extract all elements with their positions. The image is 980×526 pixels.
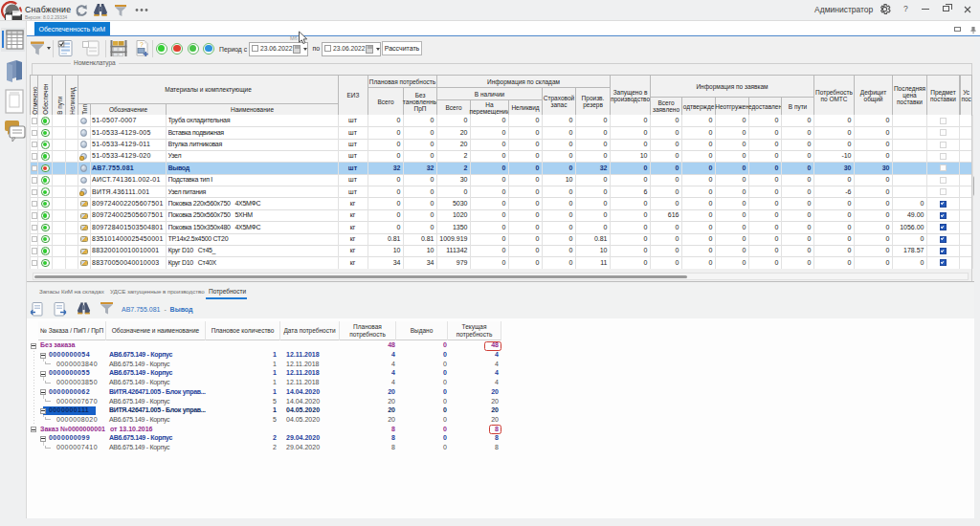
svg-text:?: ? — [140, 41, 144, 48]
